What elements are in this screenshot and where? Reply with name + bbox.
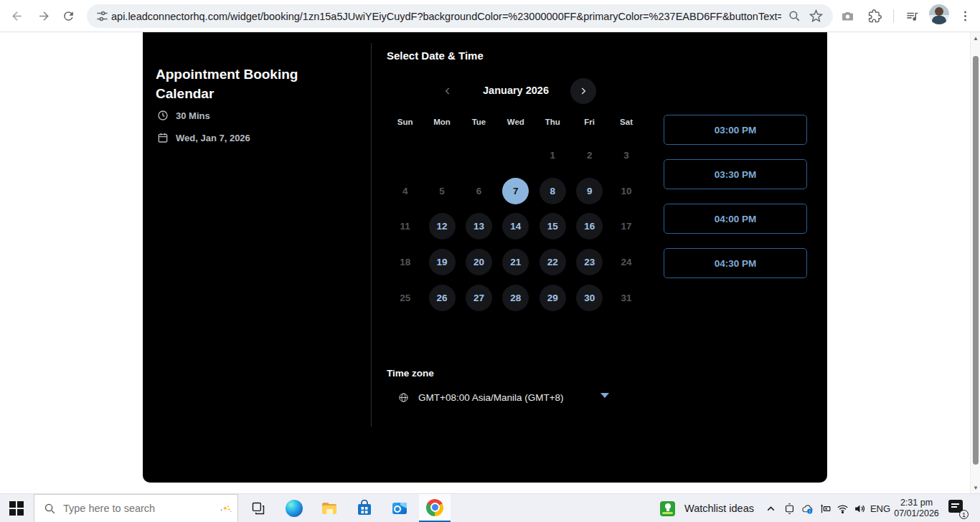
watchlist-widget[interactable]: Watchlist ideas <box>660 494 754 522</box>
calendar-day-7[interactable]: 7 <box>497 174 534 209</box>
chrome-taskbar-button[interactable] <box>419 494 451 522</box>
outlook-button[interactable] <box>384 494 415 522</box>
avatar-head <box>935 7 943 16</box>
day-number: 3 <box>613 142 640 169</box>
day-number: 17 <box>613 213 640 239</box>
time-slot-button[interactable]: 03:30 PM <box>664 159 807 189</box>
calendar-day-13[interactable]: 13 <box>461 209 497 245</box>
calendar-day-22[interactable]: 22 <box>534 245 571 280</box>
taskbar-search[interactable] <box>34 494 238 522</box>
scrollbar-thumb[interactable] <box>973 56 979 465</box>
pen-input-button[interactable] <box>816 494 834 522</box>
calendar-day-1: 1 <box>534 138 571 174</box>
selected-date-label: Wed, Jan 7, 2026 <box>176 133 250 143</box>
day-number[interactable]: 8 <box>540 178 566 204</box>
weekday-tue: Tue <box>461 118 497 126</box>
day-number[interactable]: 29 <box>540 285 566 311</box>
calendar-day-16[interactable]: 16 <box>571 209 608 245</box>
day-number[interactable]: 16 <box>576 213 603 239</box>
tray-display-button[interactable] <box>781 494 798 522</box>
scroll-up-arrow[interactable]: ▲ <box>971 32 980 44</box>
weekday-fri: Fri <box>571 118 608 126</box>
task-view-button[interactable] <box>242 494 274 522</box>
day-number[interactable]: 23 <box>576 249 603 275</box>
day-number[interactable]: 26 <box>429 285 456 311</box>
reading-list-button[interactable] <box>901 5 923 27</box>
zoom-icon[interactable] <box>788 9 801 23</box>
day-number[interactable]: 22 <box>540 249 566 275</box>
widget-title: Appointment Booking Calendar <box>156 65 328 103</box>
calendar-day-15[interactable]: 15 <box>534 209 571 245</box>
calendar-day-30[interactable]: 30 <box>571 280 608 315</box>
day-number[interactable]: 13 <box>466 213 492 239</box>
calendar-day-12[interactable]: 12 <box>423 209 460 245</box>
forward-button[interactable] <box>33 5 55 27</box>
calendar-day-8[interactable]: 8 <box>534 174 571 209</box>
chevron-right-icon <box>578 86 588 96</box>
forward-arrow-icon <box>37 9 51 23</box>
day-number[interactable]: 28 <box>502 285 529 311</box>
screenshot-extension-button[interactable] <box>837 5 858 27</box>
day-number[interactable]: 7 <box>502 178 529 204</box>
action-center-button[interactable]: 1 <box>948 500 967 517</box>
time-slot-button[interactable]: 03:00 PM <box>664 115 807 145</box>
calendar-day-28[interactable]: 28 <box>497 280 534 315</box>
day-number: 2 <box>576 142 603 169</box>
file-explorer-button[interactable] <box>314 494 345 522</box>
wifi-button[interactable] <box>834 494 851 522</box>
calendar-day-5: 5 <box>423 174 460 209</box>
day-number[interactable]: 21 <box>502 249 529 275</box>
profile-avatar[interactable] <box>929 4 949 24</box>
day-number[interactable]: 30 <box>576 285 603 311</box>
calendar-day-21[interactable]: 21 <box>497 245 534 280</box>
next-month-button[interactable] <box>570 78 596 104</box>
calendar-day-20[interactable]: 20 <box>461 245 497 280</box>
day-number[interactable]: 9 <box>576 178 603 204</box>
start-button[interactable] <box>9 501 24 516</box>
timezone-caret-icon[interactable] <box>600 393 609 398</box>
onedrive-button[interactable]: i <box>798 494 816 522</box>
address-bar[interactable]: api.leadconnectorhq.com/widget/booking/1… <box>87 4 833 28</box>
calendar-icon <box>157 132 169 143</box>
day-number: 6 <box>466 178 492 204</box>
calendar-day-9[interactable]: 9 <box>571 174 608 209</box>
calendar-day-29[interactable]: 29 <box>534 280 571 315</box>
edge-taskbar-button[interactable] <box>278 494 310 522</box>
url-text[interactable]: api.leadconnectorhq.com/widget/booking/1… <box>111 11 781 22</box>
time-slot-button[interactable]: 04:30 PM <box>664 248 807 278</box>
calendar-day-14[interactable]: 14 <box>497 209 534 245</box>
chrome-icon <box>426 499 443 516</box>
back-button[interactable] <box>6 5 27 27</box>
site-settings-icon[interactable] <box>95 9 109 23</box>
browser-toolbar: api.leadconnectorhq.com/widget/booking/1… <box>0 0 980 32</box>
booking-widget: Appointment Booking Calendar 30 Mins Wed… <box>143 32 827 483</box>
bookmark-star-icon[interactable] <box>809 9 823 23</box>
search-highlights-icon <box>220 503 232 515</box>
day-number[interactable]: 15 <box>540 213 566 239</box>
day-number[interactable]: 27 <box>466 285 492 311</box>
weekday-header: SunMonTueWedThuFriSat <box>387 118 645 126</box>
time-slot-list: 03:00 PM03:30 PM04:00 PM04:30 PM <box>664 115 807 278</box>
browser-menu-button[interactable] <box>954 5 976 27</box>
extensions-button[interactable] <box>864 5 885 27</box>
taskbar-clock[interactable]: 2:31 pm 07/01/2026 <box>890 494 943 522</box>
microsoft-store-button[interactable] <box>349 494 380 522</box>
search-input[interactable] <box>63 503 210 514</box>
tray-overflow-button[interactable] <box>762 494 779 522</box>
scroll-down-arrow[interactable]: ▼ <box>971 482 980 493</box>
calendar-day-19[interactable]: 19 <box>423 245 460 280</box>
day-number[interactable]: 12 <box>429 213 456 239</box>
calendar-day-empty <box>461 138 497 174</box>
time-slot-button[interactable]: 04:00 PM <box>664 204 807 234</box>
calendar-day-26[interactable]: 26 <box>423 280 460 315</box>
reload-button[interactable] <box>57 5 79 27</box>
day-number[interactable]: 19 <box>429 249 456 275</box>
calendar-day-23[interactable]: 23 <box>571 245 608 280</box>
calendar-day-2: 2 <box>571 138 608 174</box>
timezone-selector[interactable]: GMT+08:00 Asia/Manila (GMT+8) <box>398 390 613 404</box>
day-number[interactable]: 20 <box>466 249 492 275</box>
day-number[interactable]: 14 <box>502 213 529 239</box>
previous-month-button[interactable] <box>439 82 456 100</box>
page-scrollbar[interactable]: ▲ ▼ <box>970 32 980 493</box>
calendar-day-27[interactable]: 27 <box>461 280 497 315</box>
